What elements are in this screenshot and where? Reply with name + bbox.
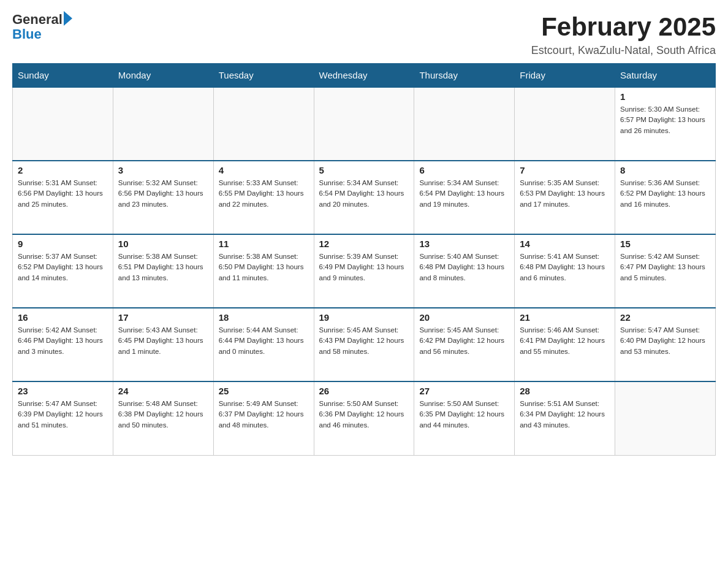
day-number: 18 xyxy=(219,312,309,323)
day-info: Sunrise: 5:39 AM Sunset: 6:49 PM Dayligh… xyxy=(319,251,409,283)
day-info: Sunrise: 5:50 AM Sunset: 6:35 PM Dayligh… xyxy=(419,399,509,431)
day-info: Sunrise: 5:49 AM Sunset: 6:37 PM Dayligh… xyxy=(219,399,309,431)
calendar-week-5: 23Sunrise: 5:47 AM Sunset: 6:39 PM Dayli… xyxy=(13,381,716,455)
calendar-cell-w1-d6: 1Sunrise: 5:30 AM Sunset: 6:57 PM Daylig… xyxy=(615,87,716,161)
day-number: 13 xyxy=(419,239,509,249)
logo: General Blue xyxy=(12,12,72,42)
calendar-cell-w2-d3: 5Sunrise: 5:34 AM Sunset: 6:54 PM Daylig… xyxy=(314,161,414,234)
day-info: Sunrise: 5:44 AM Sunset: 6:44 PM Dayligh… xyxy=(219,325,309,357)
calendar-cell-w5-d0: 23Sunrise: 5:47 AM Sunset: 6:39 PM Dayli… xyxy=(13,381,113,455)
calendar-cell-w1-d2 xyxy=(213,87,314,161)
day-number: 21 xyxy=(520,312,610,323)
day-number: 6 xyxy=(419,165,509,175)
calendar-cell-w1-d0 xyxy=(13,87,113,161)
day-number: 19 xyxy=(319,312,409,323)
header-friday: Friday xyxy=(515,64,615,88)
calendar-cell-w4-d4: 20Sunrise: 5:45 AM Sunset: 6:42 PM Dayli… xyxy=(414,308,515,381)
calendar-cell-w4-d6: 22Sunrise: 5:47 AM Sunset: 6:40 PM Dayli… xyxy=(615,308,716,381)
day-number: 1 xyxy=(620,91,710,102)
calendar-cell-w3-d2: 11Sunrise: 5:38 AM Sunset: 6:50 PM Dayli… xyxy=(213,234,314,308)
calendar-cell-w2-d2: 4Sunrise: 5:33 AM Sunset: 6:55 PM Daylig… xyxy=(213,161,314,234)
day-info: Sunrise: 5:41 AM Sunset: 6:48 PM Dayligh… xyxy=(520,251,610,283)
calendar-cell-w3-d4: 13Sunrise: 5:40 AM Sunset: 6:48 PM Dayli… xyxy=(414,234,515,308)
calendar-cell-w5-d1: 24Sunrise: 5:48 AM Sunset: 6:38 PM Dayli… xyxy=(113,381,213,455)
day-number: 20 xyxy=(419,312,509,323)
calendar-cell-w1-d4 xyxy=(414,87,515,161)
calendar-cell-w2-d0: 2Sunrise: 5:31 AM Sunset: 6:56 PM Daylig… xyxy=(13,161,113,234)
day-number: 17 xyxy=(118,312,208,323)
day-number: 7 xyxy=(520,165,610,175)
day-info: Sunrise: 5:31 AM Sunset: 6:56 PM Dayligh… xyxy=(18,178,108,210)
day-info: Sunrise: 5:51 AM Sunset: 6:34 PM Dayligh… xyxy=(520,399,610,431)
day-number: 8 xyxy=(620,165,710,175)
day-info: Sunrise: 5:50 AM Sunset: 6:36 PM Dayligh… xyxy=(319,399,409,431)
calendar-cell-w3-d0: 9Sunrise: 5:37 AM Sunset: 6:52 PM Daylig… xyxy=(13,234,113,308)
day-number: 4 xyxy=(219,165,309,175)
day-info: Sunrise: 5:42 AM Sunset: 6:47 PM Dayligh… xyxy=(620,251,710,283)
header-monday: Monday xyxy=(113,64,213,88)
logo-blue-text: Blue xyxy=(12,27,72,42)
day-info: Sunrise: 5:46 AM Sunset: 6:41 PM Dayligh… xyxy=(520,325,610,357)
page-header: General Blue February 2025 Estcourt, Kwa… xyxy=(12,12,716,57)
calendar-week-1: 1Sunrise: 5:30 AM Sunset: 6:57 PM Daylig… xyxy=(13,87,716,161)
day-info: Sunrise: 5:43 AM Sunset: 6:45 PM Dayligh… xyxy=(118,325,208,357)
header-tuesday: Tuesday xyxy=(213,64,314,88)
day-info: Sunrise: 5:40 AM Sunset: 6:48 PM Dayligh… xyxy=(419,251,509,283)
logo-general-text: General xyxy=(12,12,63,27)
day-number: 14 xyxy=(520,239,610,249)
day-number: 24 xyxy=(118,386,208,396)
calendar-cell-w2-d4: 6Sunrise: 5:34 AM Sunset: 6:54 PM Daylig… xyxy=(414,161,515,234)
header-thursday: Thursday xyxy=(414,64,515,88)
month-title: February 2025 xyxy=(531,12,716,42)
calendar-table: Sunday Monday Tuesday Wednesday Thursday… xyxy=(12,63,716,456)
calendar-week-3: 9Sunrise: 5:37 AM Sunset: 6:52 PM Daylig… xyxy=(13,234,716,308)
calendar-cell-w3-d5: 14Sunrise: 5:41 AM Sunset: 6:48 PM Dayli… xyxy=(515,234,615,308)
calendar-cell-w2-d5: 7Sunrise: 5:35 AM Sunset: 6:53 PM Daylig… xyxy=(515,161,615,234)
header-sunday: Sunday xyxy=(13,64,113,88)
calendar-week-2: 2Sunrise: 5:31 AM Sunset: 6:56 PM Daylig… xyxy=(13,161,716,234)
day-number: 15 xyxy=(620,239,710,249)
day-number: 2 xyxy=(18,165,108,175)
day-info: Sunrise: 5:34 AM Sunset: 6:54 PM Dayligh… xyxy=(419,178,509,210)
day-info: Sunrise: 5:48 AM Sunset: 6:38 PM Dayligh… xyxy=(118,399,208,431)
calendar-cell-w3-d6: 15Sunrise: 5:42 AM Sunset: 6:47 PM Dayli… xyxy=(615,234,716,308)
day-info: Sunrise: 5:45 AM Sunset: 6:42 PM Dayligh… xyxy=(419,325,509,357)
day-info: Sunrise: 5:45 AM Sunset: 6:43 PM Dayligh… xyxy=(319,325,409,357)
day-number: 10 xyxy=(118,239,208,249)
calendar-cell-w5-d2: 25Sunrise: 5:49 AM Sunset: 6:37 PM Dayli… xyxy=(213,381,314,455)
day-info: Sunrise: 5:35 AM Sunset: 6:53 PM Dayligh… xyxy=(520,178,610,210)
day-number: 26 xyxy=(319,386,409,396)
calendar-cell-w5-d4: 27Sunrise: 5:50 AM Sunset: 6:35 PM Dayli… xyxy=(414,381,515,455)
day-number: 11 xyxy=(219,239,309,249)
day-number: 16 xyxy=(18,312,108,323)
calendar-cell-w4-d1: 17Sunrise: 5:43 AM Sunset: 6:45 PM Dayli… xyxy=(113,308,213,381)
calendar-cell-w4-d2: 18Sunrise: 5:44 AM Sunset: 6:44 PM Dayli… xyxy=(213,308,314,381)
calendar-cell-w4-d0: 16Sunrise: 5:42 AM Sunset: 6:46 PM Dayli… xyxy=(13,308,113,381)
day-info: Sunrise: 5:30 AM Sunset: 6:57 PM Dayligh… xyxy=(620,104,710,136)
location-text: Estcourt, KwaZulu-Natal, South Africa xyxy=(531,44,716,57)
day-number: 27 xyxy=(419,386,509,396)
day-number: 3 xyxy=(118,165,208,175)
day-number: 9 xyxy=(18,239,108,249)
calendar-cell-w5-d3: 26Sunrise: 5:50 AM Sunset: 6:36 PM Dayli… xyxy=(314,381,414,455)
calendar-cell-w5-d5: 28Sunrise: 5:51 AM Sunset: 6:34 PM Dayli… xyxy=(515,381,615,455)
calendar-cell-w1-d3 xyxy=(314,87,414,161)
day-info: Sunrise: 5:38 AM Sunset: 6:50 PM Dayligh… xyxy=(219,251,309,283)
day-info: Sunrise: 5:32 AM Sunset: 6:56 PM Dayligh… xyxy=(118,178,208,210)
day-info: Sunrise: 5:38 AM Sunset: 6:51 PM Dayligh… xyxy=(118,251,208,283)
day-info: Sunrise: 5:34 AM Sunset: 6:54 PM Dayligh… xyxy=(319,178,409,210)
calendar-cell-w1-d5 xyxy=(515,87,615,161)
calendar-week-4: 16Sunrise: 5:42 AM Sunset: 6:46 PM Dayli… xyxy=(13,308,716,381)
title-section: February 2025 Estcourt, KwaZulu-Natal, S… xyxy=(531,12,716,57)
calendar-cell-w4-d5: 21Sunrise: 5:46 AM Sunset: 6:41 PM Dayli… xyxy=(515,308,615,381)
day-number: 25 xyxy=(219,386,309,396)
day-number: 22 xyxy=(620,312,710,323)
calendar-cell-w5-d6 xyxy=(615,381,716,455)
calendar-cell-w3-d1: 10Sunrise: 5:38 AM Sunset: 6:51 PM Dayli… xyxy=(113,234,213,308)
day-info: Sunrise: 5:47 AM Sunset: 6:40 PM Dayligh… xyxy=(620,325,710,357)
day-info: Sunrise: 5:37 AM Sunset: 6:52 PM Dayligh… xyxy=(18,251,108,283)
header-wednesday: Wednesday xyxy=(314,64,414,88)
day-number: 12 xyxy=(319,239,409,249)
day-number: 5 xyxy=(319,165,409,175)
day-number: 28 xyxy=(520,386,610,396)
